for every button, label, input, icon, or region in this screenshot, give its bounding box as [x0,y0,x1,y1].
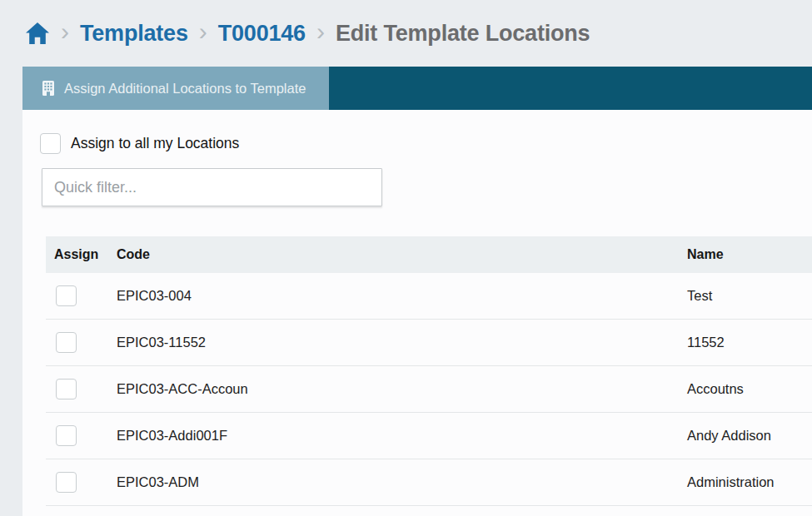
assign-all-label: Assign to all my Locations [71,135,239,152]
breadcrumb-separator-icon: › [199,19,207,47]
quick-filter-input[interactable] [42,168,382,206]
breadcrumb: › Templates › T000146 › Edit Template Lo… [0,0,812,67]
assign-all-row: Assign to all my Locations [22,110,812,154]
column-header-code: Code [117,247,687,262]
row-assign-checkbox[interactable] [56,379,77,399]
breadcrumb-link-template-id[interactable]: T000146 [218,21,306,47]
row-assign-checkbox[interactable] [56,285,77,306]
tab-bar: Assign Additional Locations to Template [22,67,812,110]
row-name-cell: Test [687,288,812,304]
row-assign-cell [46,379,117,399]
home-icon[interactable] [25,22,50,45]
table-row: EPIC03-004 Test [46,273,812,320]
locations-table: Assign Code Name EPIC03-004 Test EPIC03-… [46,236,812,506]
row-name-cell: Accoutns [687,381,812,397]
row-assign-checkbox[interactable] [56,472,77,493]
breadcrumb-separator-icon: › [61,19,69,47]
row-assign-cell [46,472,117,493]
table-row: EPIC03-Addi001F Andy Addison [46,413,812,459]
table-body: EPIC03-004 Test EPIC03-11552 11552 EPIC0… [46,273,812,506]
content-panel: Assign to all my Locations Assign Code N… [22,110,812,516]
row-assign-checkbox[interactable] [56,332,77,353]
row-assign-cell [46,332,117,353]
row-assign-cell [46,285,117,306]
breadcrumb-separator-icon: › [316,19,325,47]
table-row: EPIC03-ACC-Accoun Accoutns [46,366,812,413]
table-row: EPIC03-ADM Administration [46,459,812,506]
row-code-cell: EPIC03-11552 [117,335,687,350]
row-name-cell: Andy Addison [687,428,812,444]
row-code-cell: EPIC03-004 [117,288,687,304]
tab-label: Assign Additional Locations to Template [64,81,306,97]
column-header-name: Name [687,247,812,262]
row-code-cell: EPIC03-Addi001F [117,428,687,444]
breadcrumb-link-templates[interactable]: Templates [80,21,188,47]
building-icon [42,81,55,96]
page-title: Edit Template Locations [336,21,590,47]
column-header-assign: Assign [46,247,117,262]
row-name-cell: Administration [687,474,812,490]
row-assign-checkbox[interactable] [56,425,77,446]
assign-all-checkbox[interactable] [40,133,61,154]
row-code-cell: EPIC03-ACC-Accoun [117,381,687,397]
row-code-cell: EPIC03-ADM [117,474,687,490]
table-row: EPIC03-11552 11552 [46,320,812,366]
table-header-row: Assign Code Name [46,236,812,273]
tab-assign-additional-locations[interactable]: Assign Additional Locations to Template [22,67,329,110]
row-assign-cell [46,425,117,446]
row-name-cell: 11552 [687,335,812,350]
